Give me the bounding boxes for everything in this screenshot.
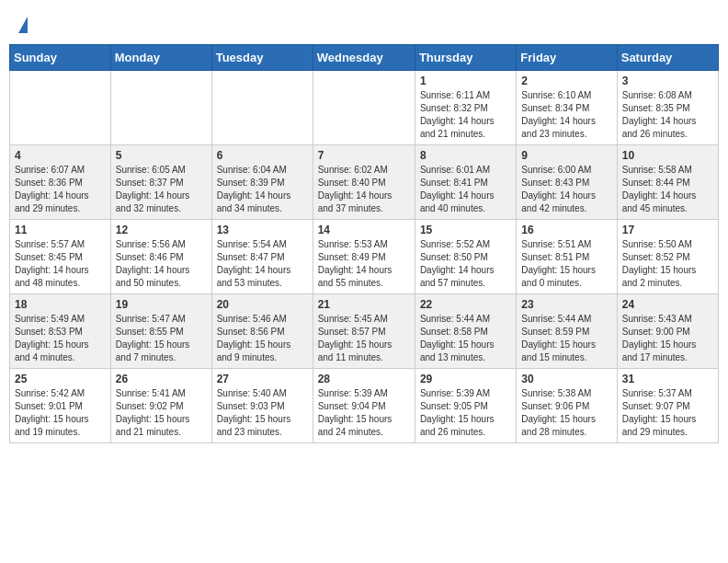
day-number: 25	[15, 373, 106, 385]
day-number: 5	[116, 149, 207, 162]
day-info: Sunrise: 5:57 AM Sunset: 8:45 PM Dayligh…	[15, 238, 106, 290]
day-info: Sunrise: 5:51 AM Sunset: 8:51 PM Dayligh…	[521, 238, 611, 290]
calendar-cell: 2Sunrise: 6:10 AM Sunset: 8:34 PM Daylig…	[517, 71, 617, 145]
day-info: Sunrise: 5:37 AM Sunset: 9:07 PM Dayligh…	[622, 387, 713, 439]
day-info: Sunrise: 5:42 AM Sunset: 9:01 PM Dayligh…	[15, 387, 106, 439]
calendar-cell: 9Sunrise: 6:00 AM Sunset: 8:43 PM Daylig…	[517, 145, 617, 220]
day-info: Sunrise: 5:49 AM Sunset: 8:53 PM Dayligh…	[15, 313, 106, 364]
day-number: 1	[420, 75, 511, 87]
day-info: Sunrise: 5:40 AM Sunset: 9:03 PM Dayligh…	[217, 387, 308, 439]
day-number: 6	[217, 149, 308, 162]
calendar-cell: 5Sunrise: 6:05 AM Sunset: 8:37 PM Daylig…	[110, 145, 211, 220]
day-info: Sunrise: 6:11 AM Sunset: 8:32 PM Dayligh…	[420, 89, 511, 141]
calendar-cell: 25Sunrise: 5:42 AM Sunset: 9:01 PM Dayli…	[10, 369, 111, 443]
day-number: 22	[420, 298, 511, 311]
day-number: 30	[521, 373, 611, 385]
weekday-header-thursday: Thursday	[415, 45, 516, 71]
weekday-header-sunday: Sunday	[10, 45, 111, 71]
calendar-cell: 14Sunrise: 5:53 AM Sunset: 8:49 PM Dayli…	[313, 220, 415, 294]
calendar-cell: 31Sunrise: 5:37 AM Sunset: 9:07 PM Dayli…	[617, 369, 718, 443]
calendar-cell: 28Sunrise: 5:39 AM Sunset: 9:04 PM Dayli…	[313, 369, 415, 443]
day-number: 13	[217, 224, 308, 236]
day-number: 7	[318, 149, 410, 162]
day-info: Sunrise: 5:39 AM Sunset: 9:04 PM Dayligh…	[318, 387, 410, 439]
calendar-cell: 21Sunrise: 5:45 AM Sunset: 8:57 PM Dayli…	[313, 294, 415, 369]
calendar-cell: 30Sunrise: 5:38 AM Sunset: 9:06 PM Dayli…	[517, 369, 617, 443]
day-number: 31	[622, 373, 713, 385]
day-info: Sunrise: 5:45 AM Sunset: 8:57 PM Dayligh…	[318, 313, 410, 364]
day-number: 9	[521, 149, 611, 162]
day-info: Sunrise: 6:00 AM Sunset: 8:43 PM Dayligh…	[521, 164, 611, 215]
day-number: 17	[622, 224, 713, 236]
weekday-header-tuesday: Tuesday	[211, 45, 313, 71]
week-row-2: 4Sunrise: 6:07 AM Sunset: 8:36 PM Daylig…	[10, 145, 719, 220]
week-row-5: 25Sunrise: 5:42 AM Sunset: 9:01 PM Dayli…	[10, 369, 719, 443]
day-info: Sunrise: 6:01 AM Sunset: 8:41 PM Dayligh…	[420, 164, 511, 215]
day-info: Sunrise: 5:44 AM Sunset: 8:58 PM Dayligh…	[420, 313, 511, 364]
calendar-cell: 20Sunrise: 5:46 AM Sunset: 8:56 PM Dayli…	[211, 294, 313, 369]
day-number: 26	[116, 373, 207, 385]
calendar-cell: 23Sunrise: 5:44 AM Sunset: 8:59 PM Dayli…	[517, 294, 617, 369]
day-info: Sunrise: 5:52 AM Sunset: 8:50 PM Dayligh…	[420, 238, 511, 290]
day-number: 23	[521, 298, 611, 311]
day-number: 28	[318, 373, 410, 385]
day-number: 3	[622, 75, 713, 87]
day-number: 15	[420, 224, 511, 236]
weekday-header-row: SundayMondayTuesdayWednesdayThursdayFrid…	[10, 45, 719, 71]
day-number: 29	[420, 373, 511, 385]
day-number: 18	[15, 298, 106, 311]
logo	[17, 13, 28, 33]
day-info: Sunrise: 5:44 AM Sunset: 8:59 PM Dayligh…	[521, 313, 611, 364]
weekday-header-friday: Friday	[517, 45, 617, 71]
day-number: 20	[217, 298, 308, 311]
day-info: Sunrise: 6:04 AM Sunset: 8:39 PM Dayligh…	[217, 164, 308, 215]
day-info: Sunrise: 5:38 AM Sunset: 9:06 PM Dayligh…	[521, 387, 611, 439]
day-info: Sunrise: 5:50 AM Sunset: 8:52 PM Dayligh…	[622, 238, 713, 290]
day-number: 16	[521, 224, 611, 236]
day-info: Sunrise: 5:47 AM Sunset: 8:55 PM Dayligh…	[116, 313, 207, 364]
week-row-3: 11Sunrise: 5:57 AM Sunset: 8:45 PM Dayli…	[10, 220, 719, 294]
calendar-cell: 18Sunrise: 5:49 AM Sunset: 8:53 PM Dayli…	[10, 294, 111, 369]
day-info: Sunrise: 5:41 AM Sunset: 9:02 PM Dayligh…	[116, 387, 207, 439]
logo-triangle-icon	[18, 17, 28, 33]
day-number: 12	[116, 224, 207, 236]
day-number: 8	[420, 149, 511, 162]
week-row-1: 1Sunrise: 6:11 AM Sunset: 8:32 PM Daylig…	[10, 71, 719, 145]
calendar-cell: 8Sunrise: 6:01 AM Sunset: 8:41 PM Daylig…	[415, 145, 516, 220]
calendar-cell: 19Sunrise: 5:47 AM Sunset: 8:55 PM Dayli…	[110, 294, 211, 369]
day-info: Sunrise: 5:56 AM Sunset: 8:46 PM Dayligh…	[116, 238, 207, 290]
day-number: 24	[622, 298, 713, 311]
day-info: Sunrise: 5:54 AM Sunset: 8:47 PM Dayligh…	[217, 238, 308, 290]
calendar-cell: 13Sunrise: 5:54 AM Sunset: 8:47 PM Dayli…	[211, 220, 313, 294]
calendar-cell	[10, 71, 111, 145]
day-info: Sunrise: 6:10 AM Sunset: 8:34 PM Dayligh…	[521, 89, 611, 141]
day-number: 2	[521, 75, 611, 87]
calendar-cell: 17Sunrise: 5:50 AM Sunset: 8:52 PM Dayli…	[617, 220, 718, 294]
calendar-cell: 22Sunrise: 5:44 AM Sunset: 8:58 PM Dayli…	[415, 294, 516, 369]
day-info: Sunrise: 5:58 AM Sunset: 8:44 PM Dayligh…	[622, 164, 713, 215]
calendar-cell: 15Sunrise: 5:52 AM Sunset: 8:50 PM Dayli…	[415, 220, 516, 294]
calendar-cell: 10Sunrise: 5:58 AM Sunset: 8:44 PM Dayli…	[617, 145, 718, 220]
calendar-cell: 24Sunrise: 5:43 AM Sunset: 9:00 PM Dayli…	[617, 294, 718, 369]
day-info: Sunrise: 6:05 AM Sunset: 8:37 PM Dayligh…	[116, 164, 207, 215]
weekday-header-wednesday: Wednesday	[313, 45, 415, 71]
calendar-table: SundayMondayTuesdayWednesdayThursdayFrid…	[9, 44, 719, 443]
day-number: 27	[217, 373, 308, 385]
calendar-cell: 3Sunrise: 6:08 AM Sunset: 8:35 PM Daylig…	[617, 71, 718, 145]
day-number: 14	[318, 224, 410, 236]
week-row-4: 18Sunrise: 5:49 AM Sunset: 8:53 PM Dayli…	[10, 294, 719, 369]
calendar-cell: 16Sunrise: 5:51 AM Sunset: 8:51 PM Dayli…	[517, 220, 617, 294]
calendar-cell: 26Sunrise: 5:41 AM Sunset: 9:02 PM Dayli…	[110, 369, 211, 443]
day-info: Sunrise: 6:08 AM Sunset: 8:35 PM Dayligh…	[622, 89, 713, 141]
page-header	[9, 9, 719, 37]
calendar-cell: 7Sunrise: 6:02 AM Sunset: 8:40 PM Daylig…	[313, 145, 415, 220]
calendar-cell: 6Sunrise: 6:04 AM Sunset: 8:39 PM Daylig…	[211, 145, 313, 220]
calendar-cell: 4Sunrise: 6:07 AM Sunset: 8:36 PM Daylig…	[10, 145, 111, 220]
calendar-cell: 11Sunrise: 5:57 AM Sunset: 8:45 PM Dayli…	[10, 220, 111, 294]
calendar-cell: 12Sunrise: 5:56 AM Sunset: 8:46 PM Dayli…	[110, 220, 211, 294]
day-info: Sunrise: 6:02 AM Sunset: 8:40 PM Dayligh…	[318, 164, 410, 215]
day-info: Sunrise: 5:53 AM Sunset: 8:49 PM Dayligh…	[318, 238, 410, 290]
day-info: Sunrise: 5:43 AM Sunset: 9:00 PM Dayligh…	[622, 313, 713, 364]
day-number: 11	[15, 224, 106, 236]
day-number: 21	[318, 298, 410, 311]
